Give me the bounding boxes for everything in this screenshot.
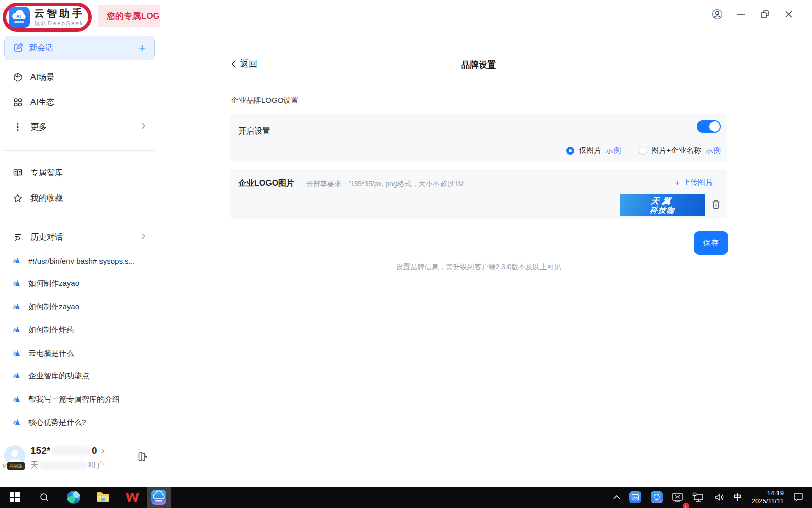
history-item[interactable]: 帮我写一篇专属智库的介绍: [4, 390, 156, 408]
search-icon[interactable]: [29, 487, 59, 508]
tray-notification-app-icon[interactable]: !: [668, 487, 687, 508]
delete-logo-icon[interactable]: [712, 200, 720, 211]
logout-icon[interactable]: [137, 451, 148, 464]
start-button[interactable]: [0, 487, 29, 508]
main-content: 返回 品牌设置 企业品牌LOGO设置 开启设置 仅图片 示例 图片+企业名称 示…: [160, 0, 812, 487]
radio-image-only[interactable]: [566, 147, 574, 155]
sidebar-item-more[interactable]: 更多: [4, 117, 155, 137]
taskbar-clock[interactable]: 14:19 2025/11/11: [748, 489, 788, 506]
sidebar: AI 云智助手 玩转DeepSeek 您的专属LOGO 新会话 +: [0, 0, 160, 487]
tray-expand-icon[interactable]: [610, 487, 624, 508]
radio-image-plus-name-label: 图片+企业名称: [651, 146, 701, 155]
history-item-label: 如何制作zayao: [28, 302, 79, 312]
history-item-label: 帮我写一篇专属智库的介绍: [28, 395, 120, 404]
preview-text-2: 科技咖: [649, 206, 675, 214]
brand-text: 云智助手 玩转DeepSeek: [34, 8, 85, 26]
app-taskbar-icon: [151, 490, 166, 505]
star-icon: [12, 193, 23, 203]
ime-indicator[interactable]: 中: [730, 487, 746, 508]
history-item[interactable]: 如何制作炸药: [4, 321, 156, 339]
edge-browser-icon[interactable]: [59, 487, 88, 508]
page-title: 品牌设置: [230, 59, 727, 71]
history-item[interactable]: 核心优势是什么?: [4, 413, 156, 431]
ellipsis-icon: [12, 122, 23, 132]
chat-glyph-icon: [12, 326, 21, 334]
volume-icon[interactable]: [710, 487, 728, 508]
phone-prefix: 152*: [30, 445, 50, 456]
sidebar-item-label: 更多: [30, 122, 47, 133]
chat-glyph-icon: [12, 257, 21, 265]
sidebar-item-knowledge-base[interactable]: 专属智库: [4, 163, 155, 183]
vip-badge: V 高级版: [2, 462, 25, 470]
taskbar-app-active[interactable]: [147, 487, 171, 508]
upgrade-note: 设置品牌信息，需升级到客户端2.3.0版本及以上可见: [230, 263, 727, 272]
example-link[interactable]: 示例: [605, 146, 621, 155]
sidebar-item-history[interactable]: 历史对话: [4, 227, 155, 247]
history-item[interactable]: 如何制作zayao: [4, 298, 156, 316]
sidebar-item-label: AI场景: [30, 72, 54, 83]
vip-label: 高级版: [7, 462, 25, 470]
radio-image-plus-name[interactable]: [639, 147, 647, 155]
minimize-button[interactable]: [735, 8, 747, 20]
upload-label: 上传图片: [683, 178, 713, 187]
chat-glyph-icon: [12, 418, 21, 427]
new-chat-button[interactable]: 新会话 +: [4, 36, 155, 60]
enable-toggle[interactable]: [697, 120, 721, 133]
notification-badge: !: [683, 503, 689, 508]
restore-button[interactable]: [759, 8, 771, 20]
chat-glyph-icon: [12, 395, 21, 404]
example-link[interactable]: 示例: [705, 146, 721, 155]
history-item[interactable]: 云电脑是什么: [4, 344, 156, 362]
action-center-icon[interactable]: [790, 487, 807, 508]
network-icon[interactable]: [689, 487, 708, 508]
window-controls: [711, 8, 795, 20]
user-card[interactable]: V 高级版 152* 0 › 天 租户: [0, 440, 160, 487]
chat-glyph-icon: [12, 372, 21, 380]
enable-settings-card: 开启设置 仅图片 示例 图片+企业名称 示例: [230, 114, 727, 162]
close-button[interactable]: [783, 8, 795, 20]
taskbar-left: [0, 487, 171, 508]
uploaded-logo-preview[interactable]: 天翼 科技咖: [620, 194, 705, 216]
account-icon[interactable]: [711, 8, 723, 20]
date: 2025/11/11: [752, 497, 784, 505]
book-icon: [12, 168, 23, 178]
user-phone[interactable]: 152* 0 ›: [30, 445, 104, 456]
upload-image-button[interactable]: + 上传图片: [675, 178, 713, 187]
sidebar-item-favorites[interactable]: 我的收藏: [4, 188, 155, 208]
app-title: 云智助手: [34, 8, 85, 19]
sidebar-item-label: 历史对话: [30, 232, 63, 243]
file-explorer-icon[interactable]: [88, 487, 118, 508]
save-button[interactable]: 保存: [694, 231, 728, 255]
tenant-prefix: 天: [30, 460, 39, 471]
history-item-label: 核心优势是什么?: [28, 418, 86, 427]
sidebar-item-ai-ecosystem[interactable]: AI生态: [4, 92, 155, 112]
enable-settings-label: 开启设置: [238, 126, 270, 137]
time: 14:19: [752, 489, 784, 497]
sidebar-item-ai-scenes[interactable]: AI场景: [4, 67, 155, 87]
history-search-icon: [12, 232, 23, 242]
chevron-right-icon: [140, 233, 147, 242]
history-item[interactable]: #!/usr/bin/env bash# sysops.s...: [4, 251, 156, 270]
divider: [4, 150, 155, 151]
tray-app-icon-1[interactable]: [626, 487, 645, 508]
phone-suffix: 0: [92, 445, 97, 456]
annotation-red-circle: AI 云智助手 玩转DeepSeek: [3, 3, 92, 32]
svg-text:AI: AI: [16, 14, 21, 19]
history-item-label: #!/usr/bin/env bash# sysops.s...: [28, 257, 135, 265]
history-item[interactable]: 企业智库的功能点: [4, 367, 156, 385]
radio-image-only-label: 仅图片: [579, 146, 601, 155]
user-tenant: 天 租户: [30, 460, 105, 471]
history-item[interactable]: 如何制作zayao: [4, 274, 156, 293]
chat-glyph-icon: [12, 303, 21, 311]
tray-app-icon-2[interactable]: [647, 487, 666, 508]
windows-taskbar: ! 中 14:19 2025/11/11: [0, 487, 812, 508]
wps-icon[interactable]: [118, 487, 147, 508]
app-logo-icon: AI: [9, 7, 30, 28]
section-label: 企业品牌LOGO设置: [231, 96, 298, 105]
chevron-right-icon: ›: [101, 446, 105, 456]
app-window: AI 云智助手 玩转DeepSeek 您的专属LOGO 新会话 +: [0, 0, 812, 508]
redacted-tenant: [40, 462, 87, 469]
divider: [4, 438, 155, 438]
chevron-right-icon: [140, 122, 147, 132]
tenant-suffix: 租户: [88, 460, 105, 471]
